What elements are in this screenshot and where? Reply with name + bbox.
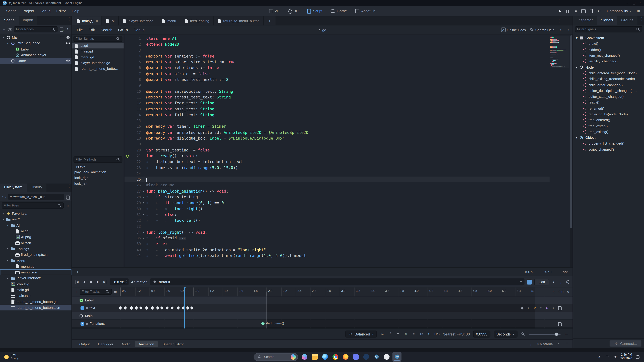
- signal-property-list-changed[interactable]: property_list_changed(): [573, 140, 644, 146]
- keyframe[interactable]: [186, 306, 190, 310]
- signal-editor-state-changed[interactable]: editor_state_changed(): [573, 94, 644, 100]
- code-line-19[interactable]: 19: [124, 142, 550, 147]
- signal-visibility-changed[interactable]: visibility_changed(): [573, 58, 644, 64]
- code-line-41[interactable]: 41» » await get_tree().create_timer(rand…: [124, 253, 550, 259]
- workspace-game[interactable]: Game: [327, 8, 350, 14]
- weather-widget[interactable]: 57°F Sunny: [4, 354, 18, 360]
- code-line-14[interactable]: 14@export var fail_text: String: [124, 112, 550, 118]
- code-line-31[interactable]: 31▾» » else:: [124, 212, 550, 218]
- new-tab-button[interactable]: [264, 16, 276, 26]
- sync-icon[interactable]: [427, 332, 432, 336]
- sort-files-icon[interactable]: [65, 203, 70, 208]
- onion-skinning-icon[interactable]: [552, 280, 556, 284]
- bezier-curve-icon[interactable]: [380, 332, 384, 336]
- code-line-25[interactable]: 25: [124, 177, 550, 182]
- keyframe[interactable]: [135, 306, 138, 310]
- code-line-29[interactable]: 29▾» » if randi_range(0, 1) == 0:: [124, 200, 550, 206]
- file-menu[interactable]: ▾Menu: [0, 258, 72, 264]
- fold-gutter[interactable]: ▾: [141, 188, 146, 194]
- bottom-tab-animation[interactable]: Animation: [135, 340, 158, 347]
- taskbar-app-edge[interactable]: [320, 352, 330, 362]
- filter-files-field[interactable]: [4, 204, 56, 207]
- current-time-field[interactable]: 0.8791 ▲▼: [110, 278, 129, 286]
- stop-button[interactable]: [574, 9, 578, 14]
- code-line-1[interactable]: 1class_name AI: [124, 36, 550, 42]
- sort-tracks-icon[interactable]: [404, 332, 408, 336]
- filter-methods-field[interactable]: [76, 158, 114, 161]
- taskbar-app-obs[interactable]: [382, 352, 391, 362]
- timeline-ruler[interactable]: 0.00.20.40.60.81.01.21.41.61.82.02.22.42…: [119, 287, 535, 296]
- animation-options-icon[interactable]: [558, 280, 563, 284]
- collapse-arrow-icon[interactable]: ▾: [6, 224, 10, 227]
- script-tab-fired-ending[interactable]: fired_ending: [180, 16, 214, 26]
- play-scene-button[interactable]: [582, 9, 586, 14]
- code-line-12[interactable]: 12@export var fear_text: String: [124, 100, 550, 106]
- file-favorites[interactable]: ▾Favorites:: [0, 211, 72, 216]
- script-menu-file[interactable]: File: [74, 26, 86, 33]
- scene-node-game[interactable]: Game: [0, 58, 72, 64]
- filter-nodes-field[interactable]: [16, 28, 50, 31]
- filter-signals-field[interactable]: [577, 28, 634, 31]
- collapse-arrow-icon[interactable]: ▾: [2, 212, 5, 215]
- current-path[interactable]: res://return_to_menu_butt: [8, 194, 64, 200]
- signal-script-changed[interactable]: script_changed(): [573, 146, 644, 152]
- code-line-26[interactable]: 26#look around: [124, 182, 550, 188]
- file-icon-svg[interactable]: icon.svg: [0, 281, 72, 287]
- add-track-button[interactable]: [74, 290, 78, 294]
- eye-icon[interactable]: [66, 59, 70, 63]
- time-spinner[interactable]: ▲▼: [126, 279, 128, 284]
- taskbar-app-steam[interactable]: [362, 352, 371, 362]
- code-line-30[interactable]: 30» » » look_right(): [124, 206, 550, 212]
- code-line-10[interactable]: 10@export var introduction_text: String: [124, 88, 550, 94]
- script-tab-ai[interactable]: ai: [102, 16, 119, 26]
- collapse-arrow-icon[interactable]: ▾: [6, 248, 10, 250]
- code-line-27[interactable]: 27▾func play_look_animation() -> void:: [124, 188, 550, 194]
- filter-files-input[interactable]: [2, 202, 64, 209]
- search-help-button[interactable]: Search Help: [530, 28, 554, 32]
- filter-tracks-field[interactable]: [82, 290, 104, 294]
- hscroll-left-icon[interactable]: ‹: [76, 270, 78, 274]
- tray-overflow-icon[interactable]: [597, 354, 602, 359]
- signal-class-canvasitem[interactable]: ▾CanvasItem: [573, 35, 644, 41]
- signal-ready[interactable]: ready(): [573, 100, 644, 105]
- signal-renamed[interactable]: renamed(): [573, 105, 644, 111]
- close-button[interactable]: ×: [640, 1, 642, 5]
- keyframe[interactable]: [156, 306, 160, 310]
- signal-class-node[interactable]: ▾Node: [573, 64, 644, 70]
- signal-class-object[interactable]: ▾Object: [573, 135, 644, 140]
- code-line-2[interactable]: 2extends Node2D: [124, 42, 550, 48]
- instance-scene-button[interactable]: [8, 27, 12, 32]
- code-line-22[interactable]: 22» dialogue_box.text = introduction_tex…: [124, 159, 550, 165]
- snap-toggle-icon[interactable]: [113, 290, 118, 294]
- kebab-icon[interactable]: [67, 184, 72, 188]
- keyframe[interactable]: [182, 306, 185, 310]
- minimize-button[interactable]: –: [626, 1, 628, 5]
- attach-script-button[interactable]: [59, 27, 64, 32]
- code-line-39[interactable]: 39» else:: [124, 241, 550, 247]
- history-forward-icon[interactable]: [566, 28, 571, 32]
- menu-scene[interactable]: Scene: [3, 8, 20, 14]
- connect-button[interactable]: Connect...: [610, 340, 642, 347]
- filter-icon[interactable]: [396, 332, 400, 336]
- movie-mode-button[interactable]: [597, 9, 602, 14]
- code-line-21[interactable]: 21func _ready() -> void:: [124, 153, 550, 159]
- collapse-arrow-icon[interactable]: ▸: [6, 277, 10, 280]
- pin-panel-icon[interactable]: [566, 280, 570, 284]
- collapse-arrow-icon[interactable]: ▾: [576, 36, 578, 40]
- keyframe[interactable]: [190, 306, 194, 310]
- bottom-tab-audio[interactable]: Audio: [118, 340, 134, 347]
- filter-scripts-input[interactable]: [74, 36, 122, 42]
- maximize-button[interactable]: ▢: [632, 1, 636, 5]
- anim-play-button[interactable]: [96, 280, 100, 284]
- keyframe[interactable]: [130, 306, 133, 310]
- file-menu-tscn[interactable]: menu.tscn: [0, 270, 72, 275]
- script-tab-menu[interactable]: menu: [158, 16, 180, 26]
- code-line-16[interactable]: 16@onready var timer: Timer = $Timer: [124, 124, 550, 130]
- pause-button[interactable]: [566, 9, 570, 14]
- signal-tree-entered[interactable]: tree_entered(): [573, 117, 644, 123]
- script-tab-player-interface[interactable]: player_interface: [119, 16, 158, 26]
- signal-item-rect-changed[interactable]: item_rect_changed(): [573, 52, 644, 58]
- zoom-fit-icon[interactable]: [564, 332, 568, 336]
- fold-gutter[interactable]: ▾: [141, 200, 146, 206]
- code-line-23[interactable]: 23» timer.start(randf_range(5.0, 15.0)): [124, 165, 550, 171]
